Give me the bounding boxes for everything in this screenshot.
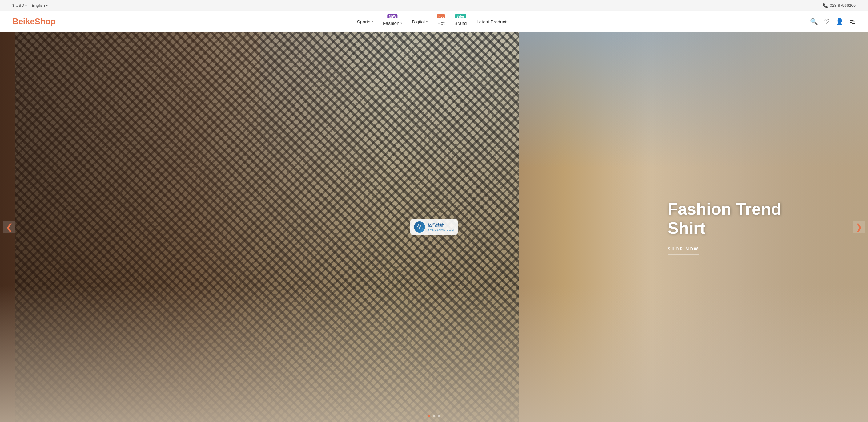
topbar-right: 📞 028-87966209	[823, 3, 856, 8]
nav-item-fashion[interactable]: NEW Fashion ▾	[383, 18, 402, 26]
watermark-logo-icon: 亿	[414, 222, 425, 232]
hero-floor	[0, 285, 868, 422]
badge-hot: Hot	[437, 15, 445, 19]
currency-label: $ USD	[12, 3, 24, 8]
language-selector[interactable]: English ▾	[32, 3, 48, 8]
carousel-dots	[428, 415, 440, 417]
nav-label-brand: Brand	[454, 21, 467, 26]
badge-sales: Sales	[455, 15, 466, 19]
nav-item-brand[interactable]: Sales Brand	[454, 18, 467, 26]
nav-label-hot: Hot	[437, 21, 444, 26]
nav-label-digital: Digital	[412, 19, 425, 24]
search-icon[interactable]: 🔍	[810, 18, 818, 25]
topbar-left: $ USD ▾ English ▾	[12, 3, 48, 8]
nav-item-latest[interactable]: Latest Products	[476, 19, 508, 24]
hero-content: Fashion Trend Shirt SHOP NOW	[668, 199, 781, 254]
nav-label-latest: Latest Products	[476, 19, 508, 24]
hero-banner: 亿 亿码酷站 YMKUZHAN.COM Fashion Trend Shirt …	[0, 32, 868, 422]
header-icons: 🔍 ♡ 👤 🛍	[810, 18, 856, 25]
currency-arrow-icon: ▾	[25, 4, 27, 7]
language-label: English	[32, 3, 45, 8]
carousel-dot-3[interactable]	[438, 415, 440, 417]
hero-title-line1: Fashion Trend	[668, 200, 781, 218]
phone-icon: 📞	[823, 3, 828, 8]
watermark-line1: 亿码酷站	[428, 223, 454, 228]
carousel-prev-button[interactable]: ❮	[3, 221, 16, 233]
nav-item-sports[interactable]: Sports ▾	[357, 19, 373, 24]
carousel-dot-1[interactable]	[428, 415, 430, 417]
nav-label-fashion: Fashion	[383, 21, 399, 26]
nav-arrow-sports: ▾	[372, 20, 373, 23]
phone-number: 028-87966209	[830, 3, 856, 8]
carousel-next-button[interactable]: ❯	[852, 221, 865, 233]
wishlist-icon[interactable]: ♡	[824, 18, 830, 25]
language-arrow-icon: ▾	[46, 4, 48, 7]
cart-icon[interactable]: 🛍	[849, 18, 856, 25]
topbar: $ USD ▾ English ▾ 📞 028-87966209	[0, 0, 868, 11]
hero-title-line2: Shirt	[668, 219, 706, 237]
nav-item-hot[interactable]: Hot Hot	[437, 18, 444, 26]
watermark-badge: 亿 亿码酷站 YMKUZHAN.COM	[410, 219, 458, 235]
logo[interactable]: BeikeShop	[12, 17, 55, 27]
header: BeikeShop Sports ▾ NEW Fashion ▾ Digital…	[0, 11, 868, 32]
watermark-text: 亿码酷站 YMKUZHAN.COM	[428, 223, 454, 231]
account-icon[interactable]: 👤	[836, 18, 843, 25]
main-nav: Sports ▾ NEW Fashion ▾ Digital ▾ Hot Hot…	[357, 18, 509, 26]
nav-label-sports: Sports	[357, 19, 370, 24]
hero-title: Fashion Trend Shirt	[668, 199, 781, 237]
currency-selector[interactable]: $ USD ▾	[12, 3, 27, 8]
hero-cta-button[interactable]: SHOP NOW	[668, 247, 699, 255]
badge-new: NEW	[387, 15, 397, 19]
nav-item-digital[interactable]: Digital ▾	[412, 19, 428, 24]
carousel-dot-2[interactable]	[433, 415, 435, 417]
nav-arrow-fashion: ▾	[400, 22, 402, 25]
watermark-line2: YMKUZHAN.COM	[428, 228, 454, 231]
nav-arrow-digital: ▾	[426, 20, 428, 23]
